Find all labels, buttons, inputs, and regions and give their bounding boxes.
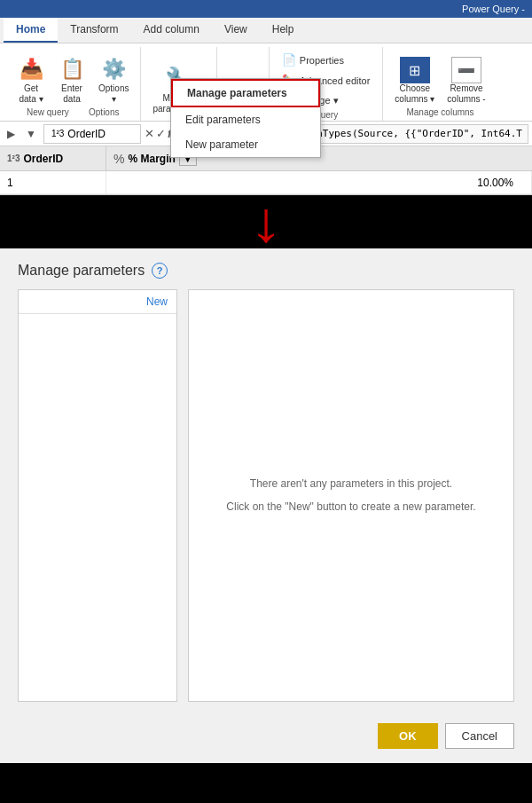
new-query-group-label: New query Options [27, 107, 120, 121]
dropdown-item-edit-parameters[interactable]: Edit parameters [171, 107, 320, 132]
manage-cols-buttons: ⊞ Choosecolumns ▾ ➖ Removecolumns - [390, 47, 489, 107]
confirm-formula-icon[interactable]: ✓ [156, 127, 166, 140]
params-list-empty [19, 314, 176, 701]
margin-percent-icon: % [113, 152, 124, 166]
name-box-text: OrderID [67, 128, 106, 140]
separator: ↓ [0, 195, 532, 248]
nav-expand-arrow[interactable]: ▶ [4, 126, 19, 142]
options-label: Options▾ [98, 83, 129, 105]
tab-transform[interactable]: Transform [58, 18, 130, 43]
get-data-label: Getdata ▾ [19, 83, 43, 105]
title-text: Power Query - [462, 4, 525, 14]
options-icon: ⚙️ [99, 55, 128, 83]
no-params-line1: There aren't any parameters in this proj… [250, 476, 452, 492]
name-box-icon: 1²3 [51, 129, 64, 138]
dialog-title: Manage parameters [18, 263, 145, 279]
properties-button[interactable]: 📄 Properties [277, 51, 349, 69]
no-params-line2: Click on the "New" button to create a ne… [226, 499, 475, 516]
dropdown-menu: Manage parameters Edit parameters New pa… [170, 78, 321, 158]
cancel-button[interactable]: Cancel [445, 723, 514, 749]
title-bar: Power Query - [0, 0, 532, 18]
choose-columns-label: Choosecolumns ▾ [395, 83, 434, 105]
margin-label: % Margin [128, 153, 175, 165]
ribbon-group-new-query: 📥 Getdata ▾ 📋 Enterdata ⚙️ Options▾ New … [5, 47, 141, 121]
properties-icon: 📄 [282, 53, 296, 67]
options-button[interactable]: ⚙️ Options▾ [94, 52, 133, 107]
manage-parameters-dialog: Manage parameters ? New There aren't any… [0, 248, 532, 763]
new-query-buttons: 📥 Getdata ▾ 📋 Enterdata ⚙️ Options▾ [12, 47, 133, 107]
params-list-panel: New [18, 289, 177, 702]
down-arrow-icon: ↓ [249, 193, 283, 250]
params-detail-panel: There aren't any parameters in this proj… [188, 289, 514, 702]
manage-cols-group-label: Manage columns [406, 107, 473, 121]
column-type-icon: 1²3 [7, 154, 20, 163]
column-header-label: OrderID [23, 153, 63, 165]
margin-cell: 10.00% [106, 171, 532, 193]
grid-column-header-orderid[interactable]: 1²3 OrderID [0, 146, 106, 170]
cancel-formula-icon[interactable]: ✕ [145, 127, 154, 140]
get-data-button[interactable]: 📥 Getdata ▾ [12, 52, 50, 107]
choose-columns-icon: ⊞ [400, 57, 430, 83]
tab-home[interactable]: Home [4, 18, 58, 43]
enter-data-label: Enterdata [61, 83, 82, 105]
margin-value: 10.00% [477, 177, 513, 189]
name-box: 1²3 OrderID [43, 124, 141, 144]
new-parameter-button[interactable]: New [19, 290, 176, 314]
orderid-cell: 1 [0, 171, 106, 193]
dialog-body: New There aren't any parameters in this … [0, 286, 532, 716]
dialog-footer: OK Cancel [0, 716, 532, 763]
enter-data-button[interactable]: 📋 Enterdata [53, 52, 90, 107]
get-data-icon: 📥 [17, 55, 45, 83]
dialog-title-bar: Manage parameters ? [0, 248, 532, 286]
dropdown-item-manage-parameters[interactable]: Manage parameters [171, 79, 320, 107]
tab-view[interactable]: View [212, 18, 260, 43]
remove-columns-icon: ➖ [451, 57, 481, 83]
nav-collapse-arrow[interactable]: ▼ [22, 126, 40, 142]
ribbon-group-manage-cols: ⊞ Choosecolumns ▾ ➖ Removecolumns - Mana… [383, 47, 497, 121]
dropdown-item-new-parameter[interactable]: New parameter [171, 132, 320, 157]
remove-columns-label: Removecolumns - [447, 83, 485, 105]
ok-button[interactable]: OK [378, 723, 438, 749]
ribbon-tabs: Home Transform Add column View Help [0, 18, 532, 43]
choose-columns-button[interactable]: ⊞ Choosecolumns ▾ [390, 54, 439, 107]
tab-help[interactable]: Help [260, 18, 307, 43]
remove-columns-button[interactable]: ➖ Removecolumns - [442, 54, 489, 107]
tab-add-column[interactable]: Add column [131, 18, 212, 43]
enter-data-icon: 📋 [58, 55, 86, 83]
properties-label: Properties [300, 55, 344, 66]
orderid-value: 1 [7, 177, 13, 189]
help-icon[interactable]: ? [152, 263, 168, 279]
